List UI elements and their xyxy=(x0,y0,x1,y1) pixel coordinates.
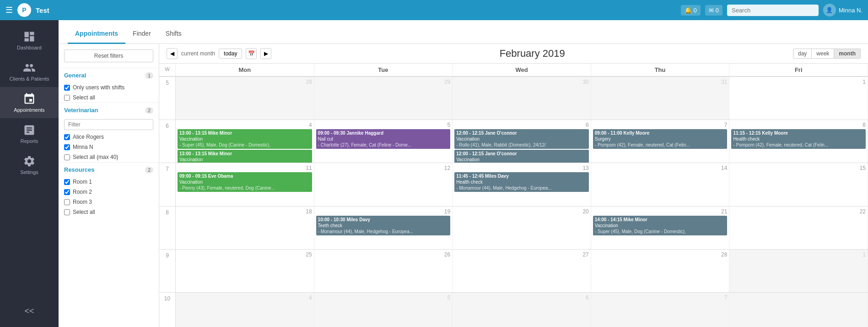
sidebar-item-settings[interactable]: Settings xyxy=(0,149,59,180)
cal-month-view-button[interactable]: month xyxy=(834,49,861,59)
cal-event[interactable]: 12:00 - 12:15 Jane O'connorVaccination- … xyxy=(454,150,589,163)
cal-day-cell-w4d2[interactable]: 27 xyxy=(453,250,591,292)
cal-header-week: W xyxy=(159,64,176,76)
reset-filters-button[interactable]: Reset filters xyxy=(64,49,153,62)
cal-day-num: 28 xyxy=(178,79,312,85)
event-title: Health check xyxy=(456,180,483,185)
event-time: 13:00 - 13:15 Mike Minor xyxy=(179,151,232,156)
appointments-icon xyxy=(23,93,36,105)
cal-day-cell-w0d0[interactable]: 28 xyxy=(176,77,314,120)
event-title: Health check xyxy=(733,136,760,142)
select-all-general-checkbox[interactable] xyxy=(64,95,70,101)
cal-event[interactable]: 13:00 - 13:15 Mike MinorVaccination- Sup… xyxy=(178,129,312,149)
cal-day-cell-w4d4[interactable]: 1 xyxy=(729,250,868,292)
cal-day-cell-w5d3[interactable]: 7 xyxy=(591,293,730,327)
alice-rogers-label: Alice Rogers xyxy=(73,134,104,140)
cal-day-cell-w3d3[interactable]: 2114:00 - 14:15 Mike MinorVaccination- S… xyxy=(591,207,730,249)
cal-day-cell-w5d4[interactable] xyxy=(729,293,868,327)
cal-day-cell-w4d1[interactable]: 26 xyxy=(314,250,453,292)
cal-day-cell-w5d0[interactable]: 4 xyxy=(176,293,314,327)
cal-day-cell-w1d0[interactable]: 413:00 - 13:15 Mike MinorVaccination- Su… xyxy=(176,120,314,163)
cal-day-cell-w2d3[interactable]: 14 xyxy=(591,163,730,206)
cal-week-row-2: 71109:00 - 09:15 Eve ObamaVaccination- P… xyxy=(159,163,868,206)
sidebar-item-dashboard[interactable]: Dashboard xyxy=(0,25,59,56)
tab-appointments[interactable]: Appointments xyxy=(68,24,125,44)
cal-day-cell-w0d2[interactable]: 30 xyxy=(453,77,591,120)
app-name: Test xyxy=(36,6,49,14)
hamburger-menu[interactable]: ☰ xyxy=(5,5,13,15)
alice-rogers-checkbox[interactable] xyxy=(64,134,70,140)
vet-filter-input[interactable] xyxy=(64,119,153,130)
cal-day-cell-w0d1[interactable]: 29 xyxy=(314,77,453,120)
sidebar-item-reports[interactable]: Reports xyxy=(0,118,59,149)
calendar-toolbar: ◀ current month today 📅 ▶ February 2019 … xyxy=(159,44,868,64)
messages-button[interactable]: ✉ 0 xyxy=(705,5,722,16)
cal-event[interactable]: 12:00 - 12:15 Jane O'connorVaccination- … xyxy=(454,129,589,149)
cal-day-cell-w2d1[interactable]: 12 xyxy=(314,163,453,206)
cal-day-num: 22 xyxy=(731,208,866,215)
cal-calendar-icon-button[interactable]: 📅 xyxy=(246,48,257,59)
room1-checkbox[interactable] xyxy=(64,179,70,185)
event-time: 09:00 - 09:30 Jannike Haggard xyxy=(318,131,383,136)
cal-day-num: 20 xyxy=(454,208,589,215)
cal-event[interactable]: 09:00 - 11:00 Kelly MooreSurgery- Pompom… xyxy=(593,129,728,149)
event-time: 10:00 - 10:30 Miles Davy xyxy=(318,217,371,222)
cal-day-cell-w2d2[interactable]: 1311:45 - 12:45 Miles DavyHealth check- … xyxy=(453,163,591,206)
cal-today-button[interactable]: today xyxy=(219,49,242,59)
sidebar-item-reports-label: Reports xyxy=(21,138,38,144)
cal-day-cell-w2d0[interactable]: 1109:00 - 09:15 Eve ObamaVaccination- Pe… xyxy=(176,163,314,206)
sidebar-collapse-button[interactable]: << xyxy=(21,303,38,320)
minna-n-checkbox[interactable] xyxy=(64,144,70,150)
cal-day-cell-w0d3[interactable]: 31 xyxy=(591,77,730,120)
cal-day-cell-w1d1[interactable]: 509:00 - 09:30 Jannike HaggardNail cut- … xyxy=(314,120,453,163)
search-input[interactable] xyxy=(727,5,819,16)
room2-checkbox[interactable] xyxy=(64,189,70,195)
cal-week-view-button[interactable]: week xyxy=(812,49,834,59)
cal-day-cell-w2d4[interactable]: 15 xyxy=(729,163,868,206)
notifications-count: 0 xyxy=(694,7,697,14)
user-menu[interactable]: 👤 Minna N. xyxy=(823,4,863,16)
select-all-vet-label: Select all (max 40) xyxy=(73,154,118,160)
cal-event[interactable]: 09:00 - 09:30 Jannike HaggardNail cut- C… xyxy=(316,129,451,149)
cal-day-cell-w3d4[interactable]: 22 xyxy=(729,207,868,249)
cal-day-cell-w1d2[interactable]: 612:00 - 12:15 Jane O'connorVaccination-… xyxy=(453,120,591,163)
cal-week-row-3: 8181910:00 - 10:30 Miles DavyTeeth check… xyxy=(159,207,868,250)
cal-prev-button[interactable]: ◀ xyxy=(167,48,178,59)
cal-next-button[interactable]: ▶ xyxy=(260,48,271,59)
sidebar-item-appointments[interactable]: Appointments xyxy=(0,87,59,118)
cal-day-cell-w3d0[interactable]: 18 xyxy=(176,207,314,249)
cal-event[interactable]: 09:00 - 09:15 Eve ObamaVaccination- Penn… xyxy=(178,172,312,192)
event-detail: - Super (45), Male, Dog (Canine - Domest… xyxy=(179,142,270,147)
cal-day-view-button[interactable]: day xyxy=(793,49,812,59)
reports-icon xyxy=(23,124,36,136)
select-all-vet-checkbox[interactable] xyxy=(64,154,70,160)
cal-day-cell-w5d1[interactable]: 5 xyxy=(314,293,453,327)
cal-day-cell-w3d2[interactable]: 20 xyxy=(453,207,591,249)
only-users-shifts-checkbox[interactable] xyxy=(64,85,70,91)
tab-finder[interactable]: Finder xyxy=(125,24,158,44)
sidebar-item-clients[interactable]: Clients & Patients xyxy=(0,56,59,87)
room2-label: Room 2 xyxy=(73,189,92,195)
filter-item-room2: Room 2 xyxy=(59,187,159,197)
cal-title: February 2019 xyxy=(275,48,789,60)
event-detail: - Charlotte (27), Female, Cat (Feline - … xyxy=(318,142,412,147)
notifications-button[interactable]: 🔔 0 xyxy=(681,5,701,16)
cal-event[interactable]: 11:15 - 12:15 Kelly MooreHealth check- P… xyxy=(731,129,866,149)
cal-day-cell-w1d3[interactable]: 709:00 - 11:00 Kelly MooreSurgery- Pompo… xyxy=(591,120,730,163)
room3-checkbox[interactable] xyxy=(64,199,70,205)
filter-section-vet-header: Veterinarian 2 xyxy=(59,103,159,117)
tab-shifts[interactable]: Shifts xyxy=(158,24,189,44)
cal-day-cell-w3d1[interactable]: 1910:00 - 10:30 Miles DavyTeeth check- M… xyxy=(314,207,453,249)
cal-day-cell-w1d4[interactable]: 811:15 - 12:15 Kelly MooreHealth check- … xyxy=(729,120,868,163)
cal-event[interactable]: 10:00 - 10:30 Miles DavyTeeth check- Mon… xyxy=(316,216,451,235)
select-all-res-checkbox[interactable] xyxy=(64,209,70,215)
cal-day-cell-w0d4[interactable]: 1 xyxy=(729,77,868,120)
cal-event[interactable]: 13:00 - 13:15 Mike MinorVaccination- Sup… xyxy=(178,150,312,163)
cal-day-cell-w4d0[interactable]: 25 xyxy=(176,250,314,292)
cal-day-num: 6 xyxy=(454,294,589,301)
cal-event[interactable]: 11:45 - 12:45 Miles DavyHealth check- Mo… xyxy=(454,172,589,192)
cal-day-cell-w5d2[interactable]: 6 xyxy=(453,293,591,327)
cal-event[interactable]: 14:00 - 14:15 Mike MinorVaccination- Sup… xyxy=(593,216,728,235)
cal-day-cell-w4d3[interactable]: 28 xyxy=(591,250,730,292)
cal-header-mon: Mon xyxy=(176,64,314,76)
